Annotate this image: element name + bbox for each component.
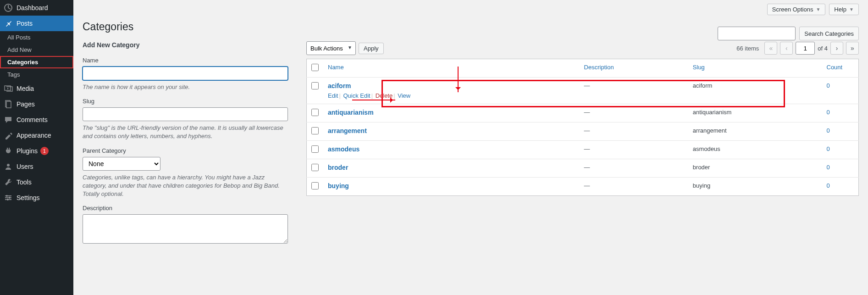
apply-button[interactable]: Apply	[359, 43, 384, 54]
column-count[interactable]: Count	[827, 64, 843, 71]
category-description: —	[580, 159, 688, 178]
main-content: Screen Options ▼ Help ▼ Categories Searc…	[73, 0, 868, 295]
sidebar-item-label: Tools	[17, 178, 32, 186]
sidebar-item-tools[interactable]: Tools	[0, 174, 73, 190]
sidebar-item-label: Settings	[17, 194, 40, 201]
name-description: The name is how it appears on your site.	[83, 83, 288, 91]
slug-label: Slug	[83, 98, 288, 105]
sidebar-item-label: Comments	[17, 116, 48, 123]
row-checkbox[interactable]	[311, 82, 319, 89]
svg-rect-10	[7, 199, 8, 200]
parent-select[interactable]: None	[83, 157, 160, 171]
topbar: Screen Options ▼ Help ▼	[83, 0, 859, 19]
category-slug: antiquarianism	[688, 104, 822, 122]
media-icon	[4, 84, 13, 93]
admin-sidebar: Dashboard Posts All Posts Add New Catego…	[0, 0, 73, 295]
category-slug: arrangement	[688, 122, 822, 141]
name-input[interactable]	[83, 67, 288, 80]
form-title: Add New Category	[83, 41, 288, 49]
column-description[interactable]: Description	[584, 64, 614, 71]
sidebar-item-posts[interactable]: Posts	[0, 16, 73, 31]
sidebar-item-label: Pages	[17, 100, 35, 108]
sidebar-item-plugins[interactable]: Plugins 1	[0, 143, 73, 159]
bulk-actions-select[interactable]: Bulk Actions	[306, 41, 356, 55]
category-slug: broder	[688, 159, 822, 178]
tools-icon	[4, 178, 13, 187]
select-all-checkbox[interactable]	[311, 64, 319, 71]
sidebar-item-pages[interactable]: Pages	[0, 96, 73, 112]
quick-edit-link[interactable]: Quick Edit	[343, 92, 370, 99]
svg-rect-9	[9, 197, 10, 199]
row-checkbox[interactable]	[311, 145, 319, 153]
row-checkbox[interactable]	[311, 127, 319, 134]
slug-description: The "slug" is the URL-friendly version o…	[83, 124, 288, 140]
column-name[interactable]: Name	[328, 64, 344, 71]
category-name-link[interactable]: antiquarianism	[328, 109, 374, 116]
sidebar-item-settings[interactable]: Settings	[0, 190, 73, 206]
sidebar-subitem-add-new[interactable]: Add New	[0, 44, 73, 56]
chevron-down-icon: ▼	[849, 7, 854, 12]
total-pages-label: of 4	[818, 45, 828, 52]
screen-options-label: Screen Options	[772, 6, 813, 13]
description-input[interactable]	[83, 214, 288, 244]
sidebar-item-label: Media	[17, 85, 34, 92]
sidebar-item-comments[interactable]: Comments	[0, 112, 73, 128]
prev-page-button[interactable]: ‹	[780, 42, 793, 55]
category-description: —	[580, 178, 688, 196]
category-name-link[interactable]: aciform	[328, 82, 351, 89]
next-page-button[interactable]: ›	[830, 42, 843, 55]
row-checkbox[interactable]	[311, 109, 319, 116]
categories-table: Name Description Slug Count aciform Edit…	[306, 59, 859, 196]
delete-link[interactable]: Delete	[376, 92, 393, 99]
edit-link[interactable]: Edit	[328, 92, 338, 99]
category-description: —	[580, 122, 688, 141]
category-count-link[interactable]: 0	[827, 145, 830, 152]
sidebar-item-appearance[interactable]: Appearance	[0, 128, 73, 143]
table-row: buying — buying 0	[307, 178, 859, 196]
row-actions: Edit| Quick Edit| Delete| View	[328, 92, 575, 99]
help-button[interactable]: Help ▼	[829, 4, 859, 15]
comments-icon	[4, 115, 13, 124]
svg-rect-3	[6, 101, 11, 108]
category-name-link[interactable]: buying	[328, 182, 349, 189]
categories-table-area: Bulk Actions Apply 66 items « ‹ of 4 › »	[306, 41, 859, 245]
pages-icon	[4, 100, 13, 109]
column-slug[interactable]: Slug	[693, 64, 705, 71]
table-row: asmodeus — asmodeus 0	[307, 141, 859, 159]
sidebar-item-users[interactable]: Users	[0, 159, 73, 174]
category-name-link[interactable]: asmodeus	[328, 145, 359, 153]
pagination: 66 items « ‹ of 4 › »	[736, 42, 859, 55]
row-checkbox[interactable]	[311, 182, 319, 189]
first-page-button[interactable]: «	[764, 42, 777, 55]
items-count: 66 items	[736, 45, 759, 52]
svg-rect-6	[5, 197, 11, 198]
category-count-link[interactable]: 0	[827, 182, 830, 189]
category-count-link[interactable]: 0	[827, 127, 830, 134]
category-count-link[interactable]: 0	[827, 82, 830, 89]
search-input[interactable]	[718, 27, 796, 40]
category-count-link[interactable]: 0	[827, 164, 830, 171]
table-row: broder — broder 0	[307, 159, 859, 178]
search-button[interactable]: Search Categories	[799, 27, 859, 40]
row-checkbox[interactable]	[311, 164, 319, 171]
parent-description: Categories, unlike tags, can have a hier…	[83, 173, 288, 199]
description-label: Description	[83, 205, 288, 212]
slug-input[interactable]	[83, 107, 288, 121]
current-page-input[interactable]	[796, 42, 815, 55]
sidebar-item-label: Posts	[17, 20, 33, 27]
sidebar-item-media[interactable]: Media	[0, 81, 73, 96]
plugins-icon	[4, 146, 13, 156]
settings-icon	[4, 193, 13, 202]
svg-point-4	[7, 164, 10, 167]
sidebar-subitem-categories[interactable]: Categories	[0, 56, 73, 68]
category-count-link[interactable]: 0	[827, 109, 830, 116]
last-page-button[interactable]: »	[846, 42, 859, 55]
screen-options-button[interactable]: Screen Options ▼	[767, 4, 826, 15]
category-name-link[interactable]: arrangement	[328, 127, 367, 134]
view-link[interactable]: View	[398, 92, 410, 99]
category-name-link[interactable]: broder	[328, 164, 348, 171]
sidebar-item-dashboard[interactable]: Dashboard	[0, 0, 73, 16]
sidebar-subitem-tags[interactable]: Tags	[0, 68, 73, 81]
sidebar-subitem-all-posts[interactable]: All Posts	[0, 31, 73, 44]
dashboard-icon	[4, 3, 13, 12]
